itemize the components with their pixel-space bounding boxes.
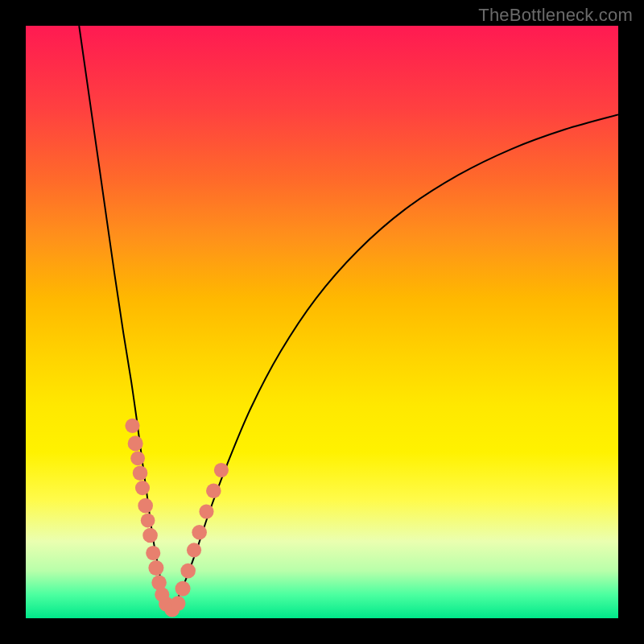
data-point <box>133 465 148 481</box>
chart-frame: TheBottleneck.com <box>0 0 644 644</box>
plot-area <box>26 26 618 618</box>
data-point <box>130 451 145 465</box>
data-point <box>138 498 153 514</box>
data-point <box>125 419 139 433</box>
data-point <box>175 581 191 597</box>
data-point <box>146 546 160 560</box>
data-point <box>214 463 229 477</box>
data-point <box>206 483 221 498</box>
data-point <box>199 504 213 518</box>
data-point <box>142 528 158 543</box>
data-point <box>141 514 155 528</box>
data-point <box>187 543 201 557</box>
chart-svg <box>26 26 618 618</box>
data-point <box>180 564 196 579</box>
curve-right-branch <box>177 114 618 601</box>
data-point <box>171 596 186 611</box>
data-point <box>135 481 150 495</box>
data-point <box>192 525 207 540</box>
data-point <box>128 436 143 451</box>
attribution-label: TheBottleneck.com <box>478 5 633 26</box>
data-markers <box>125 419 229 617</box>
data-point <box>148 560 163 576</box>
